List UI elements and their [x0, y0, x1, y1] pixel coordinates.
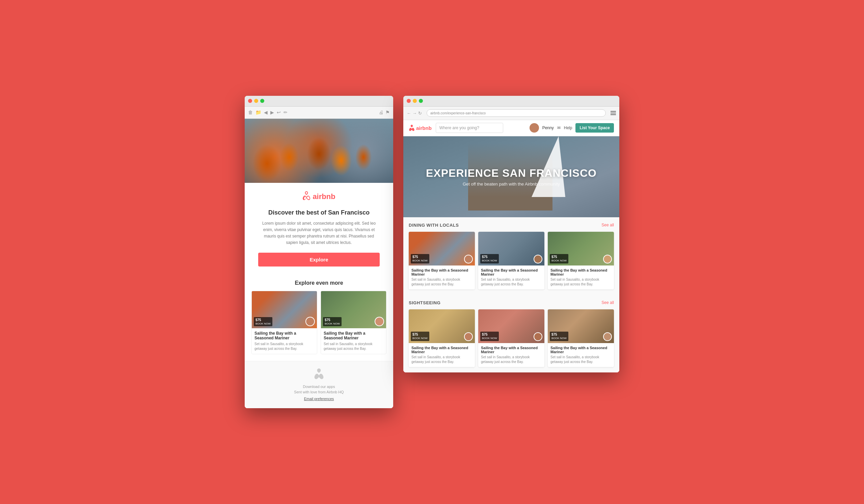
email-window: 🗑 📁 ◀ ▶ ↩ ✏ 🖨 ⚑: [245, 96, 393, 408]
email-preferences-link[interactable]: Email preferences: [304, 397, 334, 401]
dining-section: DINING WITH LOCALS See all $75BOOK NOW S…: [403, 217, 619, 295]
email-footer: Download our apps Sent with love from Ai…: [245, 361, 393, 408]
email-hero-image: [245, 119, 393, 183]
dining-card-3-body: Sailing the Bay with a Seasoned Mariner …: [548, 266, 614, 290]
browser-window: ← → ↻ airbnb.com/experience-san-francisc…: [403, 96, 619, 372]
email-card-1-desc: Set sail in Sausalito, a storybook getaw…: [254, 342, 314, 351]
sightseeing-card-2-desc: Set sail in Sausalito, a storybook getaw…: [481, 355, 542, 364]
email-toolbar: 🗑 📁 ◀ ▶ ↩ ✏ 🖨 ⚑: [245, 107, 393, 119]
sightseeing-card-1-price-badge: $75BOOK NOW: [411, 332, 429, 341]
email-content: airbnb Discover the best of San Francisc…: [245, 119, 393, 408]
browser-url-text: airbnb.com/experience-san-francisco: [430, 111, 486, 115]
email-card-1-title: Sailing the Bay with a Seasoned Mariner: [254, 331, 314, 340]
email-card-2-price-badge: $75 BOOK NOW: [323, 317, 341, 327]
email-card-1-book-label[interactable]: BOOK NOW: [255, 322, 271, 325]
email-card-2-price: $75: [325, 318, 331, 322]
dining-card-3-title: Sailing the Bay with a Seasoned Mariner: [551, 268, 611, 276]
dining-card-2-image: $75BOOK NOW: [478, 232, 544, 266]
sightseeing-section-title: SIGHTSEEING: [409, 300, 441, 305]
dining-card-2-host-avatar: [533, 255, 542, 263]
sightseeing-card-1-body: Sailing the Bay with a Seasoned Mariner …: [409, 343, 475, 367]
browser-menu-icon[interactable]: [611, 111, 616, 115]
dining-card-3-desc: Set sail in Sausalito, a storybook getaw…: [551, 277, 611, 287]
sightseeing-card-3-desc: Set sail in Sausalito, a storybook getaw…: [551, 355, 611, 364]
toolbar-reply-icon[interactable]: ↩: [277, 110, 281, 115]
browser-refresh-icon[interactable]: ↻: [418, 111, 422, 116]
email-titlebar: [245, 96, 393, 107]
dining-section-title: DINING WITH LOCALS: [409, 223, 459, 228]
toolbar-forward-icon[interactable]: ▶: [270, 110, 274, 115]
email-body-text: Lorem ipsum dolor sit amet, consectetur …: [258, 220, 380, 246]
browser-maximize-dot[interactable]: [419, 99, 423, 103]
email-card-2-book-label[interactable]: BOOK NOW: [325, 322, 340, 325]
dining-card-3-image: $75BOOK NOW: [548, 232, 614, 266]
toolbar-compose-icon[interactable]: ✏: [284, 110, 288, 115]
browser-titlebar: [403, 96, 619, 107]
email-explore-button[interactable]: Explore: [258, 253, 380, 267]
toolbar-flag-icon[interactable]: ⚑: [385, 110, 390, 115]
toolbar-back-icon[interactable]: ◀: [264, 110, 268, 115]
email-body: Discover the best of San Francisco Lorem…: [245, 206, 393, 280]
email-card-1-host-avatar: [305, 317, 315, 326]
mail-icon[interactable]: ✉: [557, 125, 561, 130]
toolbar-delete-icon[interactable]: 🗑: [248, 110, 253, 115]
dining-card-3: $75BOOK NOW Sailing the Bay with a Seaso…: [548, 232, 614, 290]
dining-card-2-title: Sailing the Bay with a Seasoned Mariner: [481, 268, 542, 276]
hero-text-block: EXPERIENCE SAN FRANCISCO Get off the bea…: [426, 167, 597, 186]
dining-card-3-host-avatar: [603, 255, 612, 263]
email-card-1: $75 BOOK NOW Sailing the Bay with a Seas…: [251, 291, 317, 354]
airbnb-symbol-icon: [302, 191, 311, 202]
sightseeing-see-all-link[interactable]: See all: [601, 300, 614, 305]
browser-close-dot[interactable]: [407, 99, 411, 103]
user-name: Penny: [542, 125, 554, 130]
dining-card-1: $75BOOK NOW Sailing the Bay with a Seaso…: [409, 232, 475, 290]
browser-url-bar[interactable]: airbnb.com/experience-san-francisco: [427, 109, 606, 117]
sightseeing-card-2: $75BOOK NOW Sailing the Bay with a Seaso…: [478, 309, 544, 367]
email-footer-sent: Sent with love from Airbnb HQ: [251, 390, 386, 394]
sightseeing-card-1-title: Sailing the Bay with a Seasoned Mariner: [411, 346, 472, 354]
sightseeing-card-2-title: Sailing the Bay with a Seasoned Mariner: [481, 346, 542, 354]
browser-back-icon[interactable]: ←: [407, 111, 411, 116]
dining-section-header: DINING WITH LOCALS See all: [409, 223, 614, 228]
dining-card-3-price-badge: $75BOOK NOW: [550, 254, 568, 263]
sightseeing-card-2-price-badge: $75BOOK NOW: [480, 332, 499, 341]
sightseeing-card-3: $75BOOK NOW Sailing the Bay with a Seaso…: [548, 309, 614, 367]
minimize-dot[interactable]: [254, 99, 258, 103]
dining-card-2: $75BOOK NOW Sailing the Bay with a Seaso…: [478, 232, 544, 290]
list-your-space-button[interactable]: List Your Space: [575, 123, 614, 133]
email-card-2-title: Sailing the Bay with a Seasoned Mariner: [324, 331, 383, 340]
sightseeing-card-2-host-avatar: [533, 332, 542, 341]
sightseeing-card-1-desc: Set sail in Sausalito, a storybook getaw…: [411, 355, 472, 364]
sightseeing-card-3-image: $75BOOK NOW: [548, 309, 614, 343]
site-search-bar[interactable]: Where are you going?: [436, 123, 503, 133]
browser-nav-icons: ← → ↻: [407, 111, 422, 116]
sightseeing-card-1-host-avatar: [464, 332, 473, 341]
sightseeing-card-1: $75BOOK NOW Sailing the Bay with a Seaso…: [409, 309, 475, 367]
sightseeing-card-3-body: Sailing the Bay with a Seasoned Mariner …: [548, 343, 614, 367]
dining-card-1-title: Sailing the Bay with a Seasoned Mariner: [411, 268, 472, 276]
toolbar-folder-icon[interactable]: 📁: [255, 110, 261, 115]
browser-minimize-dot[interactable]: [413, 99, 417, 103]
browser-nav-bar: ← → ↻ airbnb.com/experience-san-francisc…: [403, 107, 619, 120]
dining-see-all-link[interactable]: See all: [601, 223, 614, 228]
site-logo-text: airbnb: [416, 125, 432, 131]
email-more-section-title: Explore even more: [245, 280, 393, 286]
airbnb-logo: airbnb: [302, 191, 335, 202]
sightseeing-card-3-title: Sailing the Bay with a Seasoned Mariner: [551, 346, 611, 354]
airbnb-wordmark: airbnb: [313, 192, 335, 201]
close-dot[interactable]: [248, 99, 252, 103]
browser-forward-icon[interactable]: →: [412, 111, 417, 116]
dining-card-1-host-avatar: [464, 255, 473, 263]
sightseeing-card-1-image: $75BOOK NOW: [409, 309, 475, 343]
sightseeing-section: SIGHTSEEING See all $75BOOK NOW Sailing …: [403, 295, 619, 372]
email-footer-download: Download our apps: [251, 384, 386, 389]
sightseeing-card-3-host-avatar: [603, 332, 612, 341]
airbnb-footer-symbol-icon: [251, 368, 386, 382]
email-cards-container: $75 BOOK NOW Sailing the Bay with a Seas…: [245, 291, 393, 361]
user-avatar: [529, 123, 539, 133]
browser-site-content: airbnb Where are you going? Penny ✉ Help…: [403, 120, 619, 372]
toolbar-print-icon[interactable]: 🖨: [379, 110, 383, 115]
help-link[interactable]: Help: [564, 125, 573, 130]
maximize-dot[interactable]: [260, 99, 264, 103]
sightseeing-card-2-body: Sailing the Bay with a Seasoned Mariner …: [478, 343, 544, 367]
